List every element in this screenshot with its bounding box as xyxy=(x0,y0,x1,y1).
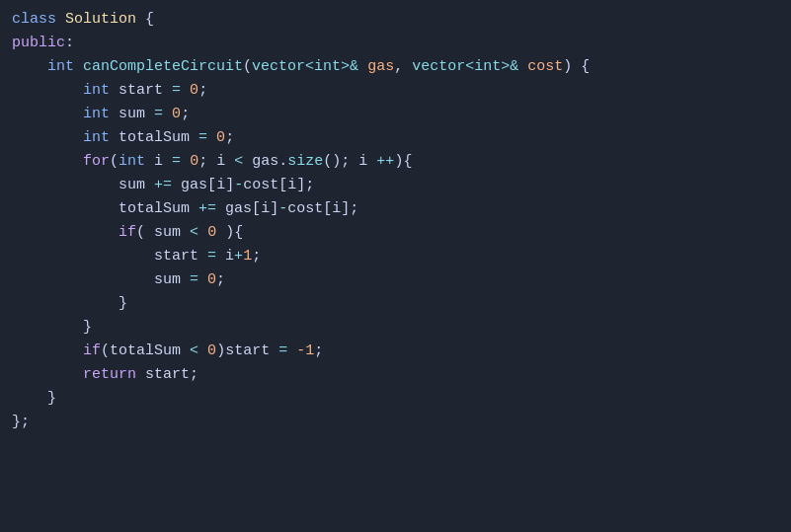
number-0-5: 0 xyxy=(207,224,216,241)
code-line-11: start = i+1; xyxy=(12,245,779,268)
number-0-1: 0 xyxy=(190,82,198,99)
number-0-2: 0 xyxy=(172,106,181,122)
var-i: i xyxy=(154,153,163,170)
number-1: 1 xyxy=(243,248,252,265)
keyword-int-2: int xyxy=(83,82,110,99)
keyword-public: public xyxy=(12,35,65,51)
number-0-7: 0 xyxy=(207,342,216,359)
code-line-10: if( sum < 0 ){ xyxy=(12,221,779,245)
code-line-18: }; xyxy=(12,411,779,434)
var-sum-2: sum xyxy=(119,177,145,193)
var-sum-3: sum xyxy=(154,271,181,288)
number-0-3: 0 xyxy=(216,129,225,146)
param-gas: gas xyxy=(367,58,394,75)
code-line-7: for(int i = 0; i < gas.size(); i ++){ xyxy=(12,150,779,174)
code-line-6: int totalSum = 0; xyxy=(12,126,779,150)
code-line-15: if(totalSum < 0)start = -1; xyxy=(12,340,779,363)
function-name: canCompleteCircuit xyxy=(83,58,243,75)
class-name-solution: Solution xyxy=(65,11,136,28)
keyword-class: class xyxy=(12,11,56,28)
var-totalsum: totalSum xyxy=(119,129,190,146)
code-line-9: totalSum += gas[i]-cost[i]; xyxy=(12,197,779,221)
type-vector-2: vector<int>& xyxy=(412,58,518,75)
param-cost: cost xyxy=(527,58,563,75)
var-start: start xyxy=(119,82,163,99)
keyword-if-2: if xyxy=(83,342,101,359)
number-0-6: 0 xyxy=(207,271,216,288)
code-line-4: int start = 0; xyxy=(12,79,779,103)
code-line-3: int canCompleteCircuit(vector<int>& gas,… xyxy=(12,55,779,79)
var-totalsum-2: totalSum xyxy=(119,200,190,217)
keyword-int-1: int xyxy=(47,58,74,75)
keyword-int-4: int xyxy=(83,129,110,146)
code-line-8: sum += gas[i]-cost[i]; xyxy=(12,174,779,197)
number-0-4: 0 xyxy=(190,153,198,170)
keyword-for: for xyxy=(83,153,110,170)
keyword-return: return xyxy=(83,366,136,383)
keyword-int-5: int xyxy=(119,153,145,170)
code-line-14: } xyxy=(12,316,779,340)
code-line-13: } xyxy=(12,292,779,316)
code-line-16: return start; xyxy=(12,363,779,387)
keyword-if: if xyxy=(119,224,136,241)
code-line-12: sum = 0; xyxy=(12,268,779,292)
type-vector-1: vector<int>& xyxy=(252,58,358,75)
var-start-3: start xyxy=(145,366,190,383)
method-size: size xyxy=(287,153,323,170)
number-neg1: -1 xyxy=(296,342,314,359)
code-line-5: int sum = 0; xyxy=(12,103,779,126)
var-start-2: start xyxy=(154,248,198,265)
var-sum: sum xyxy=(119,106,145,122)
code-line-2: public: xyxy=(12,32,779,55)
keyword-int-3: int xyxy=(83,106,110,122)
code-line-17: } xyxy=(12,387,779,411)
code-line-1: class Solution { xyxy=(12,8,779,32)
code-editor: class Solution { public: int canComplete… xyxy=(0,0,791,532)
